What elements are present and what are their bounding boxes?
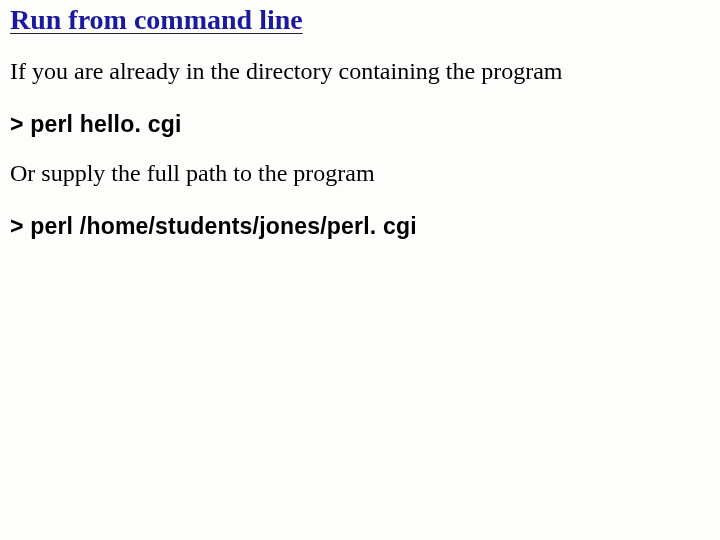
- command-example-1: > perl hello. cgi: [10, 111, 710, 138]
- intro-text-1: If you are already in the directory cont…: [10, 58, 710, 85]
- slide-title: Run from command line: [10, 4, 710, 36]
- intro-text-2: Or supply the full path to the program: [10, 160, 710, 187]
- command-example-2: > perl /home/students/jones/perl. cgi: [10, 213, 710, 240]
